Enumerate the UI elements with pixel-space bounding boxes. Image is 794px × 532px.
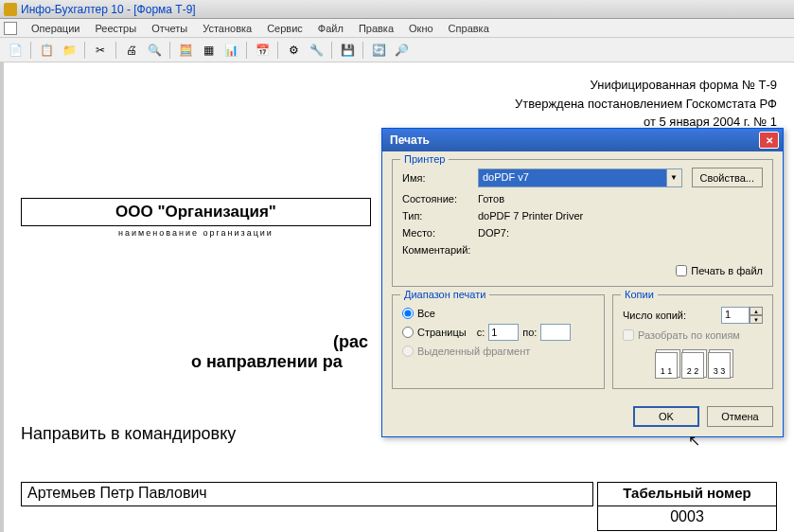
menu-operations[interactable]: Операции (25, 21, 86, 36)
dialog-titlebar[interactable]: Печать ✕ (382, 129, 783, 151)
page-icon: 2 2 (681, 352, 704, 379)
menu-service[interactable]: Сервис (260, 21, 309, 36)
separator (115, 42, 116, 59)
separator (30, 42, 31, 59)
radio-pages-label: Страницы (417, 327, 467, 338)
document-icon (4, 22, 17, 35)
page-icon: 1 1 (655, 352, 678, 379)
tb-preview-icon[interactable]: 🔍 (145, 41, 164, 60)
tb-new-icon[interactable]: 📄 (6, 41, 25, 60)
value-state: Готов (478, 193, 763, 204)
app-icon (4, 3, 17, 16)
tb-refresh-icon[interactable]: 🔄 (369, 41, 388, 60)
properties-button[interactable]: Свойства... (692, 168, 763, 187)
copies-spinner[interactable]: 1 ▲ ▼ (721, 307, 763, 324)
label-state: Состояние: (402, 193, 478, 204)
label-place: Место: (402, 227, 478, 239)
tb-print-icon[interactable]: 🖨 (122, 41, 141, 60)
printer-legend: Принтер (400, 153, 449, 165)
page-from-input[interactable] (488, 324, 519, 341)
dialog-title: Печать (390, 133, 430, 147)
printer-name-value: doPDF v7 (478, 168, 666, 187)
header-line2: Утверждена постановлением Госкомстата РФ (21, 95, 777, 114)
collate-illustration: 1 1 2 2 3 3 (623, 352, 763, 379)
copies-count-label: Число копий: (623, 310, 686, 321)
separator (362, 42, 363, 59)
tb-search-icon[interactable]: 🔎 (392, 41, 411, 60)
page-icon: 3 3 (708, 352, 731, 379)
menubar: Операции Реестры Отчеты Установка Сервис… (0, 19, 794, 38)
menu-edit[interactable]: Правка (352, 21, 400, 36)
employee-table: Артемьев Петр Павлович Табельный номер 0… (21, 482, 777, 531)
org-name: ООО "Организация" (21, 198, 371, 226)
tb-folder-icon[interactable]: 📁 (60, 41, 79, 60)
copies-legend: Копии (621, 289, 658, 300)
copies-fieldset: Копии Число копий: 1 ▲ ▼ Разобрать по ко… (612, 294, 773, 389)
menu-file[interactable]: Файл (311, 21, 350, 36)
page-to-input[interactable] (540, 324, 571, 341)
tb-tool1-icon[interactable]: ⚙ (284, 41, 303, 60)
tb-table-icon[interactable]: ▦ (199, 41, 218, 60)
print-dialog: Печать ✕ Принтер Имя: doPDF v7 ▼ Свойств… (381, 128, 784, 437)
tb-date-icon[interactable]: 📅 (253, 41, 272, 60)
collate-checkbox (623, 329, 634, 341)
label-comment: Комментарий: (402, 244, 478, 256)
tb-chart-icon[interactable]: 📊 (221, 41, 240, 60)
menu-window[interactable]: Окно (402, 21, 440, 36)
header-line1: Унифицированная форма № Т-9 (21, 76, 777, 95)
collate-label: Разобрать по копиям (638, 329, 740, 341)
radio-all-label: Все (417, 308, 435, 319)
toolbar: 📄 📋 📁 ✂ 🖨 🔍 🧮 ▦ 📊 📅 ⚙ 🔧 💾 🔄 🔎 (0, 38, 794, 62)
doc-header: Унифицированная форма № Т-9 Утверждена п… (21, 76, 777, 132)
menu-registries[interactable]: Реестры (88, 21, 143, 36)
spin-down-icon[interactable]: ▼ (750, 315, 763, 324)
value-place: DOP7: (478, 227, 763, 239)
radio-pages[interactable] (402, 327, 414, 338)
chevron-down-icon[interactable]: ▼ (666, 168, 682, 187)
menu-setup[interactable]: Установка (196, 21, 258, 36)
dialog-body: Принтер Имя: doPDF v7 ▼ Свойства... Сост… (382, 151, 783, 436)
separator (277, 42, 278, 59)
titlebar: Инфо-Бухгалтер 10 - [Форма Т-9] (0, 0, 794, 19)
copies-value[interactable]: 1 (721, 307, 750, 324)
range-legend: Диапазон печати (400, 289, 489, 300)
from-label: с: (477, 327, 485, 338)
tab-header: Табельный номер (597, 482, 777, 506)
radio-all[interactable] (402, 308, 414, 319)
radio-selection-label: Выделенный фрагмент (417, 346, 530, 357)
value-type: doPDF 7 Printer Driver (478, 210, 763, 222)
menu-reports[interactable]: Отчеты (145, 21, 194, 36)
spin-up-icon[interactable]: ▲ (750, 307, 763, 315)
printer-fieldset: Принтер Имя: doPDF v7 ▼ Свойства... Сост… (392, 159, 773, 287)
close-button[interactable]: ✕ (759, 132, 779, 149)
org-caption: наименование организации (21, 228, 371, 238)
tab-column: Табельный номер 0003 (597, 482, 777, 531)
print-to-file-label: Печать в файл (691, 265, 763, 276)
window-title: Инфо-Бухгалтер 10 - [Форма Т-9] (21, 3, 196, 16)
separator (331, 42, 332, 59)
ok-button[interactable]: OK (633, 406, 699, 427)
range-fieldset: Диапазон печати Все Страницы с: по: Выде… (392, 294, 605, 389)
menu-help[interactable]: Справка (442, 21, 496, 36)
tab-value: 0003 (597, 506, 777, 531)
separator (246, 42, 247, 59)
label-type: Тип: (402, 210, 478, 222)
to-label: по: (522, 327, 537, 338)
tb-tool2-icon[interactable]: 🔧 (307, 41, 326, 60)
print-to-file-checkbox[interactable] (676, 265, 687, 276)
printer-name-combo[interactable]: doPDF v7 ▼ (478, 168, 682, 187)
tb-calc-icon[interactable]: 🧮 (176, 41, 195, 60)
cancel-button[interactable]: Отмена (707, 406, 773, 427)
tb-cut-icon[interactable]: ✂ (91, 41, 110, 60)
employee-name-cell: Артемьев Петр Павлович (21, 482, 593, 506)
separator (169, 42, 170, 59)
label-name: Имя: (402, 172, 478, 184)
tb-copy-icon[interactable]: 📋 (37, 41, 56, 60)
tb-save-icon[interactable]: 💾 (338, 41, 357, 60)
radio-selection (402, 346, 414, 357)
separator (84, 42, 85, 59)
